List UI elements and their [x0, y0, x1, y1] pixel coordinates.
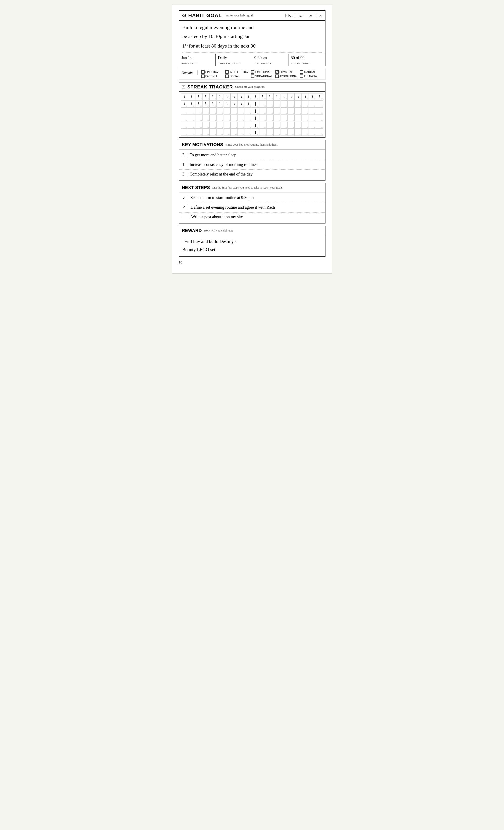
streak-cell[interactable]: 102 [188, 129, 195, 136]
streak-cell[interactable]: 51 [252, 107, 259, 114]
streak-cell[interactable]: 69 [238, 115, 245, 121]
streak-tracker-checkbox[interactable] [182, 85, 185, 89]
streak-cell[interactable]: 70 [245, 115, 252, 121]
streak-cell[interactable]: 3 [195, 93, 202, 100]
streak-cell[interactable]: 97 [295, 122, 302, 128]
streak-cell[interactable]: 91 [252, 122, 259, 128]
streak-cell[interactable]: 99 [309, 122, 316, 128]
streak-cell[interactable]: 5 [209, 93, 216, 100]
streak-cell[interactable]: 27 [224, 100, 230, 107]
streak-cell[interactable]: 92 [259, 122, 266, 128]
streak-cell[interactable]: 84 [202, 122, 209, 128]
streak-cell[interactable]: 13 [266, 93, 273, 100]
streak-cell[interactable]: 11 [252, 93, 259, 100]
streak-cell[interactable]: 30 [245, 100, 252, 107]
streak-cell[interactable]: 119 [309, 129, 316, 136]
intellectual-checkbox[interactable] [225, 70, 228, 73]
spiritual-checkbox[interactable] [201, 70, 204, 73]
streak-cell[interactable]: 26 [216, 100, 223, 107]
physical-checkbox[interactable] [276, 70, 279, 73]
q2-checkbox[interactable] [295, 14, 298, 17]
streak-cell[interactable]: 19 [309, 93, 316, 100]
streak-cell[interactable]: 47 [224, 107, 230, 114]
streak-cell[interactable]: 77 [295, 115, 302, 121]
streak-cell[interactable]: 55 [281, 107, 288, 114]
streak-cell[interactable]: 23 [195, 100, 202, 107]
streak-cell[interactable]: 94 [273, 122, 280, 128]
financial-checkbox[interactable] [300, 74, 303, 78]
streak-cell[interactable]: 43 [195, 107, 202, 114]
streak-cell[interactable]: 82 [188, 122, 195, 128]
streak-cell[interactable]: 44 [202, 107, 209, 114]
streak-cell[interactable]: 53 [266, 107, 273, 114]
streak-cell[interactable]: 76 [288, 115, 295, 121]
streak-cell[interactable]: 25 [209, 100, 216, 107]
streak-cell[interactable]: 34 [273, 100, 280, 107]
streak-cell[interactable]: 120 [316, 129, 323, 136]
streak-cell[interactable]: 61 [181, 115, 188, 121]
streak-cell[interactable]: 36 [288, 100, 295, 107]
streak-cell[interactable]: 54 [273, 107, 280, 114]
streak-cell[interactable]: 83 [195, 122, 202, 128]
streak-cell[interactable]: 45 [209, 107, 216, 114]
streak-cell[interactable]: 109 [238, 129, 245, 136]
streak-cell[interactable]: 118 [302, 129, 309, 136]
streak-cell[interactable]: 33 [266, 100, 273, 107]
streak-cell[interactable]: 39 [309, 100, 316, 107]
streak-cell[interactable]: 59 [309, 107, 316, 114]
streak-cell[interactable]: 112 [259, 129, 266, 136]
streak-cell[interactable]: 42 [188, 107, 195, 114]
streak-cell[interactable]: 56 [288, 107, 295, 114]
streak-cell[interactable]: 58 [302, 107, 309, 114]
streak-cell[interactable]: 107 [224, 129, 230, 136]
streak-cell[interactable]: 48 [231, 107, 238, 114]
streak-cell[interactable]: 66 [216, 115, 223, 121]
streak-cell[interactable]: 7 [224, 93, 230, 100]
streak-cell[interactable]: 20 [316, 93, 323, 100]
streak-cell[interactable]: 89 [238, 122, 245, 128]
streak-cell[interactable]: 71 [252, 115, 259, 121]
streak-cell[interactable]: 117 [295, 129, 302, 136]
streak-cell[interactable]: 41 [181, 107, 188, 114]
social-checkbox[interactable] [225, 74, 228, 78]
streak-cell[interactable]: 110 [245, 129, 252, 136]
streak-cell[interactable]: 50 [245, 107, 252, 114]
streak-cell[interactable]: 111 [252, 129, 259, 136]
streak-cell[interactable]: 74 [273, 115, 280, 121]
streak-cell[interactable]: 96 [288, 122, 295, 128]
streak-cell[interactable]: 64 [202, 115, 209, 121]
streak-cell[interactable]: 49 [238, 107, 245, 114]
streak-cell[interactable]: 37 [295, 100, 302, 107]
streak-cell[interactable]: 81 [181, 122, 188, 128]
streak-cell[interactable]: 18 [302, 93, 309, 100]
streak-cell[interactable]: 108 [231, 129, 238, 136]
q3-checkbox[interactable] [305, 14, 308, 17]
streak-cell[interactable]: 16 [288, 93, 295, 100]
streak-cell[interactable]: 80 [316, 115, 323, 121]
vocational-checkbox[interactable] [251, 74, 254, 78]
streak-cell[interactable]: 114 [273, 129, 280, 136]
marital-checkbox[interactable] [300, 70, 303, 73]
streak-cell[interactable]: 105 [209, 129, 216, 136]
streak-cell[interactable]: 6 [216, 93, 223, 100]
streak-cell[interactable]: 73 [266, 115, 273, 121]
streak-cell[interactable]: 116 [288, 129, 295, 136]
streak-cell[interactable]: 67 [224, 115, 230, 121]
streak-cell[interactable]: 52 [259, 107, 266, 114]
streak-cell[interactable]: 68 [231, 115, 238, 121]
avocational-checkbox[interactable] [276, 74, 279, 78]
streak-cell[interactable]: 87 [224, 122, 230, 128]
streak-cell[interactable]: 22 [188, 100, 195, 107]
streak-cell[interactable]: 115 [281, 129, 288, 136]
streak-cell[interactable]: 1 [181, 93, 188, 100]
streak-cell[interactable]: 2 [188, 93, 195, 100]
q4-checkbox[interactable] [315, 14, 318, 17]
streak-cell[interactable]: 28 [231, 100, 238, 107]
streak-cell[interactable]: 100 [316, 122, 323, 128]
streak-cell[interactable]: 12 [259, 93, 266, 100]
streak-cell[interactable]: 113 [266, 129, 273, 136]
streak-cell[interactable]: 62 [188, 115, 195, 121]
streak-cell[interactable]: 4 [202, 93, 209, 100]
streak-cell[interactable]: 63 [195, 115, 202, 121]
streak-cell[interactable]: 46 [216, 107, 223, 114]
